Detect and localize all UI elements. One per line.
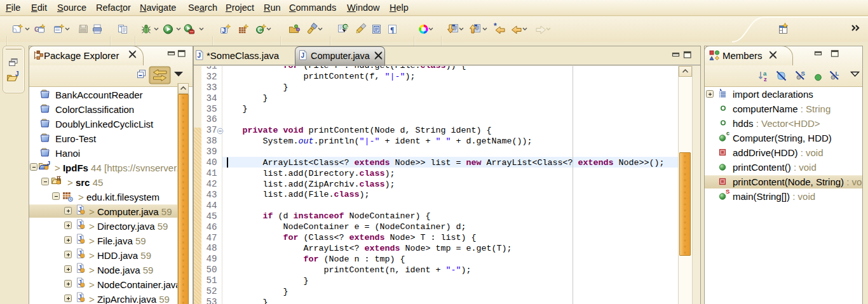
svg-text:J: J (47, 160, 50, 166)
svg-text:J: J (15, 70, 19, 77)
svg-text:L: L (836, 70, 839, 77)
svg-text:z: z (764, 76, 767, 83)
svg-text:S: S (726, 188, 729, 195)
svg-text:S: S (801, 70, 805, 77)
svg-text:c: c (726, 130, 729, 136)
svg-text:J: J (198, 52, 201, 59)
